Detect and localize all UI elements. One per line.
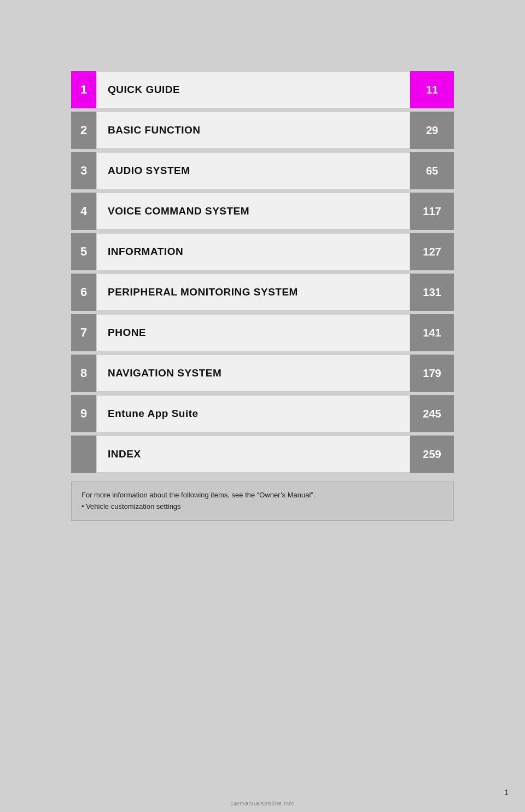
toc-row[interactable]: 5 INFORMATION 127 <box>71 233 454 270</box>
toc-row[interactable]: 4 VOICE COMMAND SYSTEM 117 <box>71 193 454 230</box>
page-box: 131 <box>410 274 454 311</box>
toc-wrapper: 1 QUICK GUIDE 11 2 BASIC FUNCTION 29 3 A… <box>71 71 454 476</box>
title-box: PHONE <box>96 314 410 351</box>
title-box: QUICK GUIDE <box>96 71 410 108</box>
toc-row[interactable]: 9 Entune App Suite 245 <box>71 395 454 432</box>
toc-row[interactable]: 1 QUICK GUIDE 11 <box>71 71 454 108</box>
number-box: 9 <box>71 395 96 432</box>
number-box: 8 <box>71 355 96 392</box>
title-box: VOICE COMMAND SYSTEM <box>96 193 410 230</box>
number-box: 7 <box>71 314 96 351</box>
page-box: 245 <box>410 395 454 432</box>
page-box: 117 <box>410 193 454 230</box>
page-box: 65 <box>410 152 454 189</box>
title-box: Entune App Suite <box>96 395 410 432</box>
page-box: 29 <box>410 112 454 149</box>
toc-row[interactable]: 8 NAVIGATION SYSTEM 179 <box>71 355 454 392</box>
title-box: BASIC FUNCTION <box>96 112 410 149</box>
number-box: 5 <box>71 233 96 270</box>
footnote-box: For more information about the following… <box>71 482 454 521</box>
page-box: 127 <box>410 233 454 270</box>
number-box: 2 <box>71 112 96 149</box>
number-box: 6 <box>71 274 96 311</box>
toc-index-row[interactable]: INDEX 259 <box>71 436 454 473</box>
number-box: 3 <box>71 152 96 189</box>
index-title-box: INDEX <box>96 436 410 473</box>
page-container: 1 QUICK GUIDE 11 2 BASIC FUNCTION 29 3 A… <box>0 0 525 812</box>
footnote-line1: For more information about the following… <box>81 490 444 501</box>
page-box: 179 <box>410 355 454 392</box>
index-page-box: 259 <box>410 436 454 473</box>
number-box: 1 <box>71 71 96 108</box>
watermark-text: carmanualsonline.info <box>230 800 295 807</box>
toc-row[interactable]: 6 PERIPHERAL MONITORING SYSTEM 131 <box>71 274 454 311</box>
page-box: 11 <box>410 71 454 108</box>
toc-row[interactable]: 7 PHONE 141 <box>71 314 454 351</box>
footnote-line2: • Vehicle customization settings <box>81 501 444 513</box>
number-box: 4 <box>71 193 96 230</box>
title-box: PERIPHERAL MONITORING SYSTEM <box>96 274 410 311</box>
title-box: INFORMATION <box>96 233 410 270</box>
page-number: 1 <box>504 788 509 797</box>
page-box: 141 <box>410 314 454 351</box>
index-number-box <box>71 436 96 473</box>
toc-row[interactable]: 3 AUDIO SYSTEM 65 <box>71 152 454 189</box>
title-box: AUDIO SYSTEM <box>96 152 410 189</box>
toc-row[interactable]: 2 BASIC FUNCTION 29 <box>71 112 454 149</box>
title-box: NAVIGATION SYSTEM <box>96 355 410 392</box>
